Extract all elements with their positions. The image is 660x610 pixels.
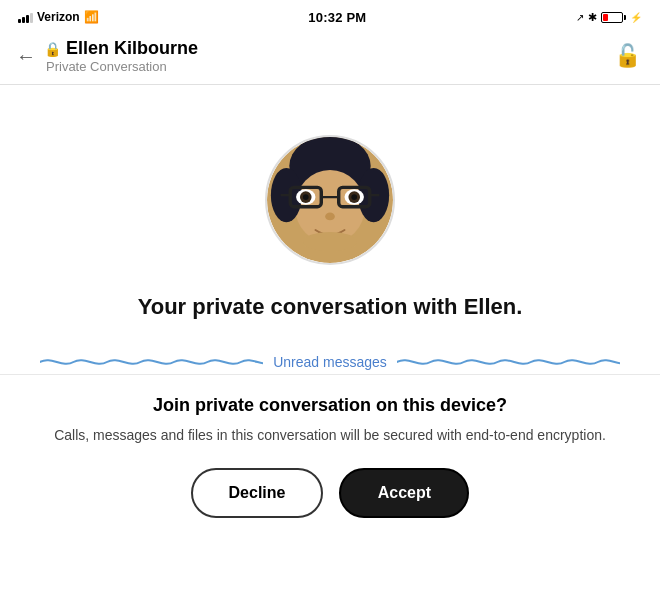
bluetooth-icon: ✱ [588,11,597,24]
status-bar: Verizon 📶 10:32 PM ↗ ✱ ⚡ [0,0,660,32]
unread-messages-label: Unread messages [273,354,387,370]
main-content: Your private conversation with Ellen. Un… [0,85,660,538]
lock-icon: 🔒 [44,41,61,57]
back-button[interactable]: ← [16,45,36,68]
header-title-area: 🔒 Ellen Kilbourne Private Conversation [44,38,198,74]
carrier-label: Verizon [37,10,80,24]
private-conversation-title: Your private conversation with Ellen. [98,293,563,322]
battery-indicator [601,12,626,23]
header-name-row: 🔒 Ellen Kilbourne [44,38,198,59]
card-description: Calls, messages and files in this conver… [44,425,616,446]
contact-name: Ellen Kilbourne [66,38,198,59]
charging-bolt-icon: ⚡ [630,12,642,23]
header-left: ← 🔒 Ellen Kilbourne Private Conversation [16,38,198,74]
svg-point-15 [351,194,357,200]
signal-bars-icon [18,11,33,23]
avatar [265,135,395,265]
unread-divider: Unread messages [0,354,660,370]
battery-tip [624,15,626,20]
svg-point-17 [303,232,357,251]
card-title: Join private conversation on this device… [153,393,507,417]
status-time: 10:32 PM [308,10,366,25]
avatar-image [267,137,393,263]
decline-button[interactable]: Decline [191,468,324,518]
wifi-icon: 📶 [84,10,99,24]
wave-left [40,354,263,370]
accept-button[interactable]: Accept [339,468,469,518]
header-right-button[interactable]: 🔓 [610,39,644,73]
conversation-type-label: Private Conversation [46,59,198,74]
conversation-header: ← 🔒 Ellen Kilbourne Private Conversation… [0,32,660,85]
battery-body [601,12,623,23]
status-right: ↗ ✱ ⚡ [576,11,642,24]
navigation-icon: ↗ [576,12,584,23]
svg-point-16 [325,213,335,221]
wave-right [397,354,620,370]
refresh-lock-icon: 🔓 [614,43,641,69]
svg-point-12 [303,194,309,200]
battery-fill [603,14,608,21]
card-buttons: Decline Accept [191,468,470,518]
status-left: Verizon 📶 [18,10,99,24]
join-conversation-card: Join private conversation on this device… [0,374,660,538]
